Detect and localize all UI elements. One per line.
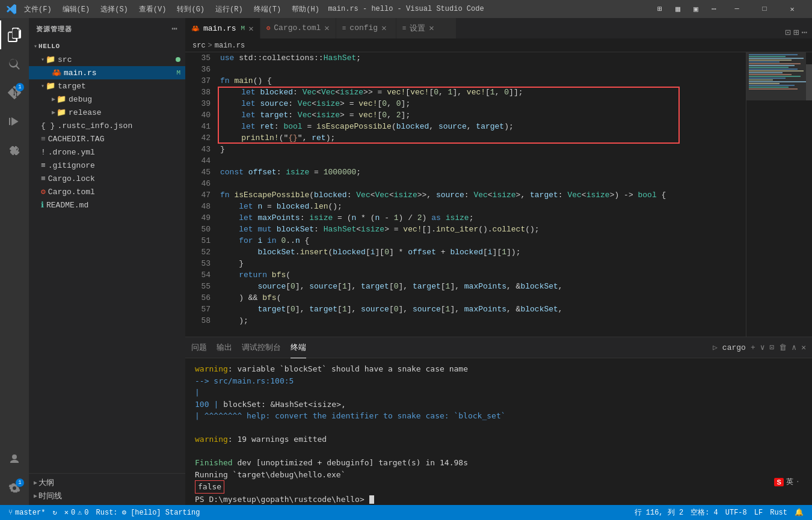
menu-edit[interactable]: 编辑(E): [59, 3, 94, 16]
tab-cargo-toml-close[interactable]: ✕: [324, 23, 329, 33]
more-icon[interactable]: ⋯: [705, 0, 723, 18]
menu-file[interactable]: 文件(F): [20, 3, 55, 16]
code-line-43: }: [220, 144, 746, 155]
code-content[interactable]: use std::collections::HashSet; fn main()…: [215, 52, 746, 337]
terminal-line-pipe1: |: [195, 387, 802, 399]
status-sync[interactable]: ↻: [49, 505, 60, 520]
tree-hello-root[interactable]: ▾ HELLO: [29, 40, 185, 53]
layout-icon[interactable]: ▦: [669, 0, 687, 18]
scrollbar-thumb[interactable]: [806, 64, 812, 100]
line-ending-label: LF: [754, 509, 763, 517]
panel-close-icon[interactable]: ✕: [801, 343, 806, 352]
close-button[interactable]: ✕: [778, 0, 806, 18]
timeline-item[interactable]: ▶ 时间线: [29, 489, 185, 503]
panel-content[interactable]: warning: variable `blockSet` should have…: [185, 358, 812, 505]
tree-debug-folder[interactable]: ▶ 📁 debug: [29, 93, 185, 106]
rustc-info-label: .rustc_info.json: [57, 121, 132, 130]
tree-drone-yml[interactable]: ! .drone.yml: [29, 145, 185, 159]
activity-account[interactable]: [0, 445, 29, 474]
code-line-39: let source: Vec<isize> = vec![0, 0];: [220, 98, 746, 109]
panel-tab-problems[interactable]: 问题: [191, 337, 207, 358]
code-line-54: return bfs(: [220, 269, 746, 281]
main-rs-label: main.rs: [64, 69, 97, 78]
activity-run[interactable]: [0, 107, 29, 136]
minimap: [746, 52, 812, 337]
menu-view[interactable]: 查看(V): [135, 3, 170, 16]
activity-settings[interactable]: 1: [0, 474, 29, 503]
status-right: 行 116, 列 2 空格: 4 UTF-8 LF Rust 🔔: [631, 505, 807, 520]
sogou-label: 英: [786, 477, 793, 487]
menu-run[interactable]: 运行(R): [212, 3, 247, 16]
bell-icon: 🔔: [795, 508, 804, 517]
breadcrumb-file[interactable]: main.rs: [215, 41, 245, 50]
terminal-split-icon[interactable]: ⊡: [770, 343, 775, 352]
editor-toolbar: ⊡ ⊞ ⋯: [785, 26, 812, 38]
maximize-button[interactable]: □: [751, 0, 778, 18]
status-position[interactable]: 行 116, 列 2: [631, 505, 687, 520]
tree-main-rs[interactable]: 🦀 main.rs M: [29, 66, 185, 79]
menu-help[interactable]: 帮助(H): [288, 3, 323, 16]
timeline-label: 时间线: [38, 491, 62, 501]
status-rust[interactable]: Rust: ⚙ [hello] Starting: [93, 505, 204, 520]
tree-target-folder[interactable]: ▾ 📁 target: [29, 79, 185, 93]
panel-toolbar: ▷ cargo + ∨ ⊡ 🗑 ∧ ✕: [713, 343, 806, 352]
tree-release-folder[interactable]: ▶ 📁 release: [29, 106, 185, 119]
outline-item[interactable]: ▶ 大纲: [29, 476, 185, 489]
breadcrumb-src[interactable]: src: [192, 41, 206, 50]
cargo-lock-label: Cargo.lock: [48, 174, 95, 183]
status-branch[interactable]: ⑂ master*: [5, 505, 49, 520]
activity-search[interactable]: [0, 49, 29, 78]
status-errors[interactable]: ✕ 0 ⚠ 0: [61, 505, 93, 520]
menu-terminal[interactable]: 终端(T): [250, 3, 285, 16]
minimize-button[interactable]: ─: [723, 0, 751, 18]
menu-goto[interactable]: 转到(G): [173, 3, 208, 16]
status-spaces[interactable]: 空格: 4: [687, 505, 722, 520]
tree-cargo-toml[interactable]: ⚙ Cargo.toml: [29, 185, 185, 198]
tab-main-rs-modified: M: [241, 25, 245, 32]
activity-explorer[interactable]: [0, 20, 29, 49]
tree-rustc-info[interactable]: { } .rustc_info.json: [29, 119, 185, 132]
sidebar-more-button[interactable]: ⋯: [171, 23, 178, 35]
drone-yml-label: .drone.yml: [48, 148, 95, 157]
cachedir-label: CACHEDIR.TAG: [48, 135, 105, 144]
line-numbers: 35 36 37 38 39 40 41 42 43 44 45 46 47 4…: [185, 52, 215, 337]
tree-cargo-lock[interactable]: ≡ Cargo.lock: [29, 172, 185, 185]
tree-gitignore[interactable]: ≡ .gitignore: [29, 159, 185, 172]
panel-tab-terminal[interactable]: 终端: [291, 337, 306, 358]
error-count: 0: [71, 509, 75, 517]
tab-main-rs-close[interactable]: ✕: [248, 23, 253, 34]
panel-tab-output[interactable]: 输出: [217, 337, 232, 358]
status-notifications[interactable]: 🔔: [791, 505, 807, 520]
terminal-add-icon[interactable]: +: [751, 343, 755, 352]
warning-icon: ⚠: [78, 508, 82, 517]
more-actions-icon[interactable]: ⋯: [801, 26, 807, 38]
menu-select[interactable]: 选择(S): [97, 3, 132, 16]
status-language[interactable]: Rust: [766, 505, 791, 520]
panel-layout-icon[interactable]: ▣: [687, 0, 705, 18]
status-encoding[interactable]: UTF-8: [722, 505, 751, 520]
tree-cachedir[interactable]: ≡ CACHEDIR.TAG: [29, 132, 185, 145]
tree-src-folder[interactable]: ▾ 📁 src: [29, 53, 185, 66]
tab-config[interactable]: ≡ config ✕: [336, 18, 396, 38]
panel-max-icon[interactable]: ∧: [792, 343, 796, 352]
activity-git[interactable]: 1: [0, 78, 29, 107]
terminal-more-icon[interactable]: ∨: [760, 343, 765, 352]
activity-extensions[interactable]: [0, 136, 29, 165]
tab-config-close[interactable]: ✕: [381, 23, 386, 33]
tab-main-rs-label: main.rs: [203, 24, 236, 33]
tab-settings-close[interactable]: ✕: [429, 23, 434, 33]
code-line-53: }: [220, 258, 746, 269]
toggle-panel-icon[interactable]: ⊞: [793, 26, 799, 38]
panel-tab-debug[interactable]: 调试控制台: [242, 337, 281, 358]
code-line-40: let target: Vec<isize> = vec![0, 2];: [220, 109, 746, 121]
warning-count: 0: [84, 509, 88, 517]
terminal-run-icon[interactable]: ▷: [713, 343, 718, 352]
tree-readme[interactable]: ℹ README.md: [29, 198, 185, 212]
status-line-ending[interactable]: LF: [751, 505, 766, 520]
terminal-trash-icon[interactable]: 🗑: [779, 343, 787, 352]
tab-main-rs[interactable]: 🦀 main.rs M ✕: [185, 18, 260, 38]
tab-settings[interactable]: ≡ 设置 ✕: [396, 18, 457, 38]
tab-cargo-toml[interactable]: ⚙ Cargo.toml ✕: [260, 18, 336, 38]
remote-icon[interactable]: ⊞: [651, 0, 669, 18]
split-editor-icon[interactable]: ⊡: [785, 26, 791, 38]
